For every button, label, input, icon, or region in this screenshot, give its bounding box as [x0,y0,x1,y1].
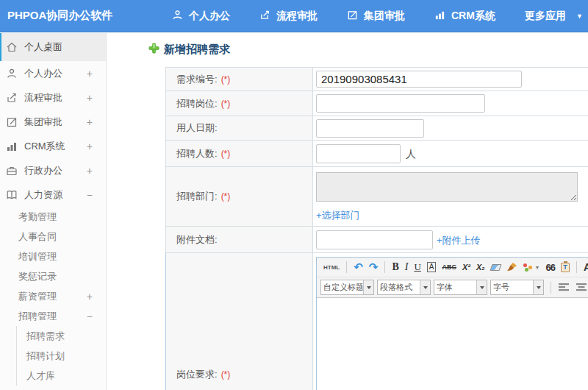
recruitment-form: 需求编号:(*) 招聘岗位:(*) 用人日期: 招聘人数:(*) 人 招聘部门:… [165,67,588,390]
sidebar-subitem-recruit-plan[interactable]: 招聘计划 [17,346,106,366]
sidebar-item-label: 集团审批 [24,116,62,129]
subitem-label: 考勤管理 [18,210,57,224]
font-color-button[interactable]: A▼ [584,261,588,273]
bold-button[interactable]: B [392,261,398,273]
form-row-attachment: 附件文档: +附件上传 [166,227,588,253]
sidebar-item-admin-office[interactable]: 行政办公 + [0,158,106,182]
superscript-button[interactable]: X² [462,263,470,272]
caret-down-icon[interactable] [420,280,430,294]
required-mark: (*) [221,99,231,109]
sidebar-subitem-recruitment[interactable]: 招聘管理 − [0,306,106,326]
nav-more-apps[interactable]: 更多应用 ▼ [525,10,583,23]
font-family-select[interactable]: 字体 [434,280,487,295]
sidebar-subitem-salary[interactable]: 薪资管理 + [0,286,106,306]
sidebar-item-crm[interactable]: CRM系统 + [0,134,106,158]
main-content: 新增招聘需求 需求编号:(*) 招聘岗位:(*) 用人日期: 招聘人数:(*) … [107,33,588,390]
sidebar-subitem-recruit-demand[interactable]: 招聘需求 [17,326,106,346]
brush-icon[interactable] [506,262,517,272]
sidebar-subitem-rewards[interactable]: 奖惩记录 [0,266,106,286]
demand-no-input[interactable] [316,71,522,88]
required-mark: (*) [221,191,231,202]
sidebar-item-label: 行政办公 [24,164,62,177]
expand-sign[interactable]: + [87,92,93,104]
subitem-label: 招聘需求 [26,330,65,343]
blockquote-button[interactable]: 66 [545,262,554,273]
position-input[interactable] [316,94,485,113]
briefcase-icon [6,165,18,177]
font-style-button[interactable]: A [427,262,437,272]
attachment-input[interactable] [316,230,433,249]
align-left-icon[interactable] [558,283,570,292]
html-source-button[interactable]: HTML [323,264,340,271]
underline-button[interactable]: U [414,261,420,273]
select-department-link[interactable]: +选择部门 [316,209,588,222]
top-nav: 个人办公 流程审批 集团审批 CRM系统 更多应用 ▼ [172,10,588,23]
paste-as-text-icon[interactable]: T [561,263,570,272]
subitem-label: 人事合同 [18,230,57,244]
nav-personal-office[interactable]: 个人办公 [172,10,230,23]
editor-toolbar-row1: HTML ↶ ↷ B I U A ABC X² X₂ ▼ [317,258,588,277]
expand-sign[interactable]: + [87,165,93,177]
field-label: 招聘岗位: [176,98,218,109]
expand-sign[interactable]: + [87,68,93,79]
collapse-sign[interactable]: − [87,189,93,201]
headcount-input[interactable] [316,144,401,163]
expand-sign[interactable]: + [87,141,93,152]
required-mark: (*) [221,74,231,85]
subitem-label: 人才库 [26,369,55,383]
undo-icon[interactable]: ↶ [354,260,363,274]
custom-title-select[interactable]: 自定义标题 [320,280,374,295]
department-textarea[interactable] [316,172,578,202]
required-mark: (*) [221,149,231,159]
page-title-text: 新增招聘需求 [164,43,230,57]
form-row-requirements: 岗位要求:(*) HTML ↶ ↷ B I U A ABC X² [166,253,588,390]
sidebar-subitem-training[interactable]: 培训管理 [0,247,106,266]
subitem-label: 招聘计划 [26,350,65,363]
caret-down-icon[interactable] [363,280,373,294]
sidebar-subitem-hr-contract[interactable]: 人事合同 [0,227,106,247]
redo-icon[interactable]: ↷ [369,260,379,274]
subscript-button[interactable]: X₂ [476,263,485,272]
field-label: 需求编号: [176,74,218,85]
nav-group-approval[interactable]: 集团审批 [347,10,405,23]
form-row-hire-date: 用人日期: [166,116,588,141]
home-icon [6,41,18,53]
app-logo: PHPOA协同办公软件 [0,9,110,23]
paragraph-format-select[interactable]: 段落格式 [377,280,431,295]
form-row-position: 招聘岗位:(*) [166,91,588,116]
recruitment-submenu: 招聘需求 招聘计划 人才库 [16,326,106,386]
caret-down-icon[interactable] [476,280,487,294]
sidebar-subitem-attendance[interactable]: 考勤管理 [0,207,106,227]
eraser-icon[interactable] [491,264,501,271]
chart-icon [6,141,18,152]
nav-flow-approval[interactable]: 流程审批 [259,10,318,23]
chart-icon [434,10,451,23]
divider [576,261,577,273]
font-size-select[interactable]: 字号 [490,280,544,295]
expand-sign[interactable]: + [87,116,93,128]
subitem-label: 招聘管理 [18,310,57,323]
person-icon [6,68,18,79]
hire-date-input[interactable] [316,119,424,138]
caret-down-icon[interactable]: ▼ [576,13,583,20]
caret-down-icon[interactable] [533,280,543,294]
nav-crm-system[interactable]: CRM系统 [434,10,495,23]
sidebar-item-flow-approval[interactable]: 流程审批 + [0,85,106,110]
sidebar-item-group-approval[interactable]: 集团审批 + [0,110,106,134]
collapse-sign[interactable]: − [87,311,93,322]
expand-sign[interactable]: + [87,291,93,302]
caret-down-icon: ▼ [535,265,540,270]
color-palette-icon[interactable]: ▼ [523,263,540,272]
italic-button[interactable]: I [405,261,409,273]
page-title: 新增招聘需求 [148,43,588,57]
sidebar-subitem-talent-pool[interactable]: 人才库 [17,366,106,386]
align-center-icon[interactable] [576,283,587,292]
strikethrough-button[interactable]: ABC [442,263,456,271]
editor-content-area[interactable] [317,298,588,390]
sidebar-item-hr[interactable]: 人力资源 − [0,182,106,207]
sidebar-item-personal-office[interactable]: 个人办公 + [0,61,106,85]
sidebar: 个人桌面 个人办公 + 流程审批 + 集团审批 + CRM系统 + 行政办公 +… [0,33,107,390]
sidebar-item-label: 人力资源 [24,188,62,202]
sidebar-item-personal-desktop[interactable]: 个人桌面 [0,33,106,61]
attachment-upload-link[interactable]: +附件上传 [437,235,481,246]
